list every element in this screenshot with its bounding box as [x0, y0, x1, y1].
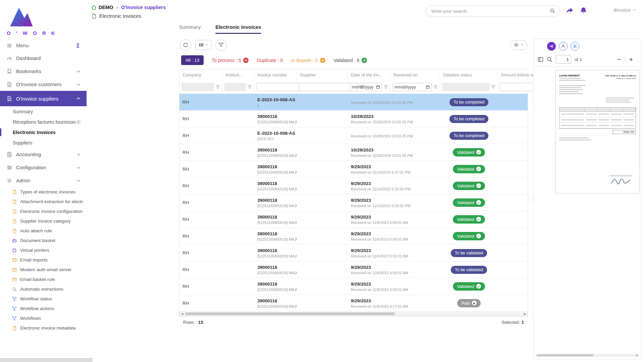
- sidebar-admin-item-electronic-invoice-metadata[interactable]: Electronic invoice metadata: [0, 323, 87, 333]
- sidebar-admin-item-electronic-invoice-configuration[interactable]: Electronic invoice configuration: [0, 206, 87, 216]
- zoom-in-button[interactable]: [625, 57, 637, 62]
- panel-settings-button[interactable]: [571, 42, 579, 51]
- share-button[interactable]: [566, 7, 574, 14]
- column-header-invoice-number[interactable]: Invoice number: [254, 69, 297, 80]
- sidebar-item-configuration[interactable]: Configuration: [0, 161, 87, 174]
- filter-funnel-icon[interactable]: [216, 85, 220, 89]
- sidebar-subitem-r-ceptions-factures-fournisseurs[interactable]: Réceptions factures fournisseurs 0: [0, 117, 87, 127]
- filter-input-institution[interactable]: [224, 83, 246, 91]
- open-invoice-button[interactable]: [547, 42, 556, 51]
- sidebar-admin-item-virtual-printers[interactable]: Virtual printers: [0, 245, 87, 255]
- panel-resize-handle[interactable]: ⋮⋮: [528, 39, 533, 359]
- tab-electronic-invoices[interactable]: Electronic Invoices: [215, 24, 261, 34]
- sidebar-admin-item-types-of-electronic-invoices[interactable]: Types of electronic invoices: [0, 187, 87, 197]
- sidebar-item-o-invoice-suppliers[interactable]: O'Invoice suppliers: [0, 91, 87, 106]
- sidebar-item-accounting[interactable]: Accounting: [0, 148, 87, 161]
- chip-duplicate[interactable]: Duplicate : 0: [257, 58, 283, 63]
- table-row[interactable]: RH 39000118 [52251165800018] MAJUSCULE 9…: [179, 211, 528, 228]
- table-row[interactable]: RH 39000118 [52251165800018] MAJUSCULE 9…: [179, 178, 528, 194]
- toggle-sidebar-icon[interactable]: [538, 57, 543, 62]
- table-row[interactable]: RH 39000118 [52251165800018] MAJUSCULE 9…: [179, 295, 528, 312]
- refresh-button[interactable]: [180, 39, 191, 51]
- tab-summary[interactable]: Summary: [179, 24, 201, 34]
- pdf-horizontal-scrollbar[interactable]: ◀ ▶: [536, 354, 639, 357]
- column-header-institution[interactable]: Instituti...: [222, 69, 254, 80]
- table-row[interactable]: RH 39000118 [52251165800018] MAJUSCULE 9…: [179, 228, 528, 245]
- sidebar-item-bookmarks[interactable]: Bookmarks: [0, 65, 87, 78]
- table-row[interactable]: RH E-2023-10-008-AS [] Received on 10/28…: [179, 94, 528, 111]
- table-row[interactable]: RH 39000118 [52251165800018] MAJUSCULE 9…: [179, 245, 528, 261]
- sidebar-admin-item-attachment-extraction-for-electronic-invoices[interactable]: Attachment extraction for electronic inv…: [0, 197, 87, 206]
- search-input[interactable]: [426, 5, 560, 17]
- chip-dispute[interactable]: In dispute : 0 +: [291, 58, 325, 63]
- sidebar-admin-item-email-basket-rule[interactable]: Email basket rule: [0, 275, 87, 284]
- column-header-date[interactable]: Date of the inv...: [348, 69, 390, 80]
- sidebar-admin-item-workflows[interactable]: Workflows: [0, 313, 87, 323]
- sidebar-admin-item-workflow-status[interactable]: Workflow status: [0, 294, 87, 304]
- table-row[interactable]: RH E-2023-10-008-AS [OCI] OCI Received o…: [179, 127, 528, 144]
- scroll-right-arrow[interactable]: ▶: [523, 312, 527, 316]
- sidebar-admin-item-email-imports[interactable]: Email imports: [0, 255, 87, 265]
- sidebar-menu-header[interactable]: Menu: [0, 38, 87, 52]
- sidebar-admin-item-workflow-actions[interactable]: Workflow actions: [0, 304, 87, 313]
- breadcrumb-home-link[interactable]: DEMO: [91, 5, 113, 10]
- user-menu[interactable]: dinvoice: [613, 7, 637, 13]
- sidebar-subitem-summary[interactable]: Summary: [0, 106, 87, 117]
- scroll-right-arrow[interactable]: ▶: [637, 354, 638, 357]
- table-settings-button[interactable]: [510, 40, 527, 50]
- sidebar-admin-item-auto-attach-rule[interactable]: Auto attach rule: [0, 226, 87, 236]
- table-row[interactable]: RH 39000118 [52251165800018] MAJUSCULE 9…: [179, 161, 528, 178]
- filter-funnel-icon[interactable]: [384, 85, 388, 89]
- pdf-file-button[interactable]: [537, 43, 544, 50]
- sidebar-admin-item-supplier-invoice-category[interactable]: Supplier invoice category: [0, 216, 87, 226]
- column-header-supplier[interactable]: Supplier: [297, 69, 348, 80]
- assign-user-button[interactable]: [559, 42, 568, 51]
- sidebar-item-admin[interactable]: Admin: [0, 174, 87, 187]
- chip-all[interactable]: All : 13: [181, 55, 204, 65]
- sidebar-subitem-suppliers[interactable]: Suppliers: [0, 137, 87, 148]
- table-row[interactable]: RH 39000118 [52251165800018] MAJUSCULE 1…: [179, 144, 528, 161]
- filter-input-company[interactable]: [181, 83, 214, 91]
- chip-validated[interactable]: Validated : 8 +: [333, 58, 367, 63]
- filter-funnel-icon[interactable]: [433, 85, 438, 89]
- sidebar-admin-item-document-basket[interactable]: Document basket: [0, 236, 87, 245]
- filter-button[interactable]: [215, 39, 227, 51]
- table-row[interactable]: RH 39000118 [52251165800018] MAJUSCULE 9…: [179, 278, 528, 295]
- page-number-input[interactable]: [556, 55, 571, 64]
- column-header-received-on[interactable]: Received on: [390, 69, 440, 80]
- status-filter-chips: All : 13 To process : 5 + Duplicate : 0 …: [179, 55, 528, 69]
- search-icon[interactable]: [550, 8, 555, 13]
- sidebar-item-dashboard[interactable]: Dashboard: [0, 52, 87, 65]
- zoom-out-button[interactable]: [613, 57, 625, 62]
- column-header-company[interactable]: Company: [179, 69, 222, 80]
- sidebar-subitem-electronic-invoices[interactable]: Electronic Invoices: [0, 127, 87, 137]
- notifications-bell-button[interactable]: [580, 7, 587, 14]
- sidebar-item-o-invoice-customers[interactable]: O'Invoice customers: [0, 78, 87, 91]
- sidebar-admin-item-automatic-extractions[interactable]: Automatic extractions: [0, 284, 87, 294]
- column-chooser-button[interactable]: [195, 40, 211, 50]
- plus-circle-icon[interactable]: +: [320, 58, 325, 63]
- admin-item-label: Workflow actions: [20, 306, 83, 311]
- table-row[interactable]: RH 39000118 [52251165800018] MAJUSCULE 9…: [179, 194, 528, 211]
- scrollbar-thumb[interactable]: [185, 312, 395, 315]
- filter-date-received[interactable]: mm/dd/yyyy: [392, 83, 432, 91]
- filter-date-invoice[interactable]: mm/dd/yyyy: [350, 83, 382, 91]
- pdf-search-icon[interactable]: [547, 57, 552, 62]
- table-horizontal-scrollbar[interactable]: ◀ ▶: [179, 312, 528, 316]
- table-row[interactable]: RH 39000118 [52251165800018] MAJUSCULE 1…: [179, 111, 528, 127]
- breadcrumb-current-link[interactable]: O'Invoice suppliers: [121, 5, 166, 10]
- scroll-left-arrow[interactable]: ◀: [180, 312, 184, 316]
- filter-funnel-icon[interactable]: [248, 85, 252, 89]
- hamburger-icon[interactable]: [7, 43, 12, 48]
- sidebar-admin-item-modern-auth-email-server[interactable]: Modern auth email server: [0, 265, 87, 275]
- filter-input-detailed-status[interactable]: [442, 83, 489, 91]
- filter-funnel-icon[interactable]: [491, 85, 495, 89]
- scrollbar-thumb[interactable]: [537, 354, 594, 356]
- column-header-detailed-status[interactable]: Detailed status: [440, 69, 498, 80]
- table-row[interactable]: RH 39000118 [52251165800018] MAJUSCULE 9…: [179, 261, 528, 278]
- pin-sidebar-icon[interactable]: [75, 43, 80, 48]
- page-scrollbar-strip[interactable]: [0, 358, 93, 362]
- plus-circle-icon[interactable]: +: [362, 58, 367, 63]
- plus-circle-icon[interactable]: +: [243, 58, 249, 63]
- chip-toprocess[interactable]: To process : 5 +: [212, 58, 249, 63]
